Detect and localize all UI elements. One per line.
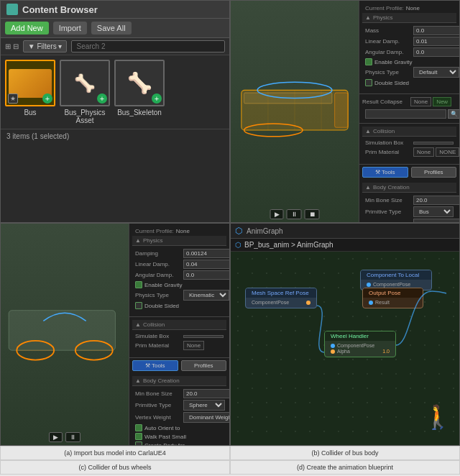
auto-orient-c-label: Auto Orient to xyxy=(144,425,180,431)
pause-button[interactable]: ⏸ xyxy=(287,209,302,219)
collision-header: ▲ Collision xyxy=(362,127,456,137)
lin-damp-c-row: Linear Damp. xyxy=(135,260,224,269)
stop-button[interactable]: ⏹ xyxy=(305,209,320,219)
physics-label: Physics xyxy=(373,14,393,21)
prim-type-select[interactable]: BusBoxSphere xyxy=(413,206,454,217)
anim-header: ⬡ AnimGraph xyxy=(231,224,459,239)
collision-section: ▲ Collision Simulation Box Prim Material… xyxy=(359,124,459,165)
damping-input[interactable] xyxy=(183,249,229,258)
linear-damp-label: Linear Damp. xyxy=(365,38,412,45)
physics-section-header: ▲ Physics xyxy=(362,13,456,23)
play-button[interactable]: ▶ xyxy=(270,209,284,219)
viewport-bus-wheels: ▶ ⏸ xyxy=(1,224,129,445)
linear-damp-input[interactable] xyxy=(413,37,459,46)
walk-past-c-check[interactable] xyxy=(135,433,142,440)
collision-label: Collision xyxy=(373,128,395,134)
profiles-button[interactable]: Profiles xyxy=(411,167,457,178)
physics-arrow-c: ▲ xyxy=(135,237,141,244)
physics-type-select[interactable]: DefaultKinematicSimulated xyxy=(413,67,459,78)
enable-gravity-checkbox[interactable] xyxy=(365,58,372,65)
node-output-pose[interactable]: Output Pose Result xyxy=(362,288,423,308)
angular-damp-label: Angular Damp. xyxy=(365,49,412,55)
result-search[interactable] xyxy=(365,109,446,119)
min-bone-input[interactable] xyxy=(413,196,459,205)
prim-type-c-select[interactable]: SphereBoxCapsule xyxy=(183,400,225,411)
min-bone-c-input[interactable] xyxy=(183,389,229,398)
node-wheel-handler[interactable]: Wheel Handler ComponentPose Alpha 1.0 xyxy=(324,331,396,357)
panel-collider-body: ▶ ⏸ ⏹ Current Profile: None ▲ Physics xyxy=(230,0,460,223)
prim-material-row: Prim Material None NONE xyxy=(365,147,454,157)
tools-btn-c[interactable]: ⚒ Tools xyxy=(132,360,178,371)
enable-grav-c-checkbox[interactable] xyxy=(135,281,142,288)
ang-damp-c-label: Angular Damp. xyxy=(135,272,182,278)
vertex-weight-row: Vertex Weight Dominant Weight xyxy=(365,219,454,222)
play-button-c[interactable]: ▶ xyxy=(49,432,63,442)
search-input[interactable] xyxy=(71,40,225,52)
asset-item-skeleton[interactable]: 🦴 + Bus_Skeleton xyxy=(114,60,165,124)
auto-orient-c-check[interactable] xyxy=(135,424,142,431)
prim-mat-c-row: Prim Material None xyxy=(135,341,224,350)
pause-button-c[interactable]: ⏸ xyxy=(65,432,80,442)
node-output-header: Output Pose xyxy=(363,288,423,298)
body-creation-header: ▲ Body Creation xyxy=(362,183,456,193)
bus-body-svg xyxy=(231,65,359,158)
collision-section-c: ▲ Collision Simulate Box Prim Material N… xyxy=(129,317,229,358)
enable-grav-c-row: Enable Gravity xyxy=(135,281,224,288)
skeleton-icon: 🦴 xyxy=(127,73,152,93)
double-sided-checkbox[interactable] xyxy=(365,79,372,86)
asset-thumb-physics: 🦴 + xyxy=(60,60,110,106)
angular-damp-input[interactable] xyxy=(413,47,459,57)
caption-b-text: (b) Collider of bus body xyxy=(311,449,378,457)
asset-thumb-bus: ★ + xyxy=(5,60,55,106)
add-new-button[interactable]: Add New xyxy=(5,22,49,35)
body-creation-label-c: Body Creation xyxy=(143,377,180,384)
node-wheel-header: Wheel Handler xyxy=(325,331,395,341)
prim-mat-label: Prim Material xyxy=(365,149,412,155)
port-component-pose-out: ComponentPose xyxy=(252,300,310,305)
port-result-label: Result xyxy=(375,300,390,305)
mass-input[interactable] xyxy=(413,26,459,35)
port-alpha-label: Alpha xyxy=(337,349,350,354)
prim-mat-none2: NONE xyxy=(436,147,459,157)
physics-label-c: Physics xyxy=(143,237,163,244)
save-all-button[interactable]: Save All xyxy=(91,22,132,35)
prim-type-c-row: Primitive Type SphereBoxCapsule xyxy=(135,400,224,411)
anim-breadcrumb-bar: ⬡ BP_bus_anim > AnimGraph xyxy=(231,239,459,252)
linear-damp-row: Linear Damp. xyxy=(365,37,454,46)
asset-item-bus[interactable]: ★ + Bus xyxy=(5,60,55,124)
sim-label: Simulation Box xyxy=(365,139,412,146)
simulation-box-row: Simulation Box xyxy=(365,139,454,146)
port-alpha-val: 1.0 xyxy=(382,349,390,354)
port-result: Result xyxy=(369,300,417,305)
lin-damp-c-input[interactable] xyxy=(183,260,229,269)
filters-button[interactable]: ▼ Filters ▾ xyxy=(23,40,68,52)
tools-button[interactable]: ⚒ Tools xyxy=(362,167,408,178)
prim-mat-c-label: Prim Material xyxy=(135,342,182,349)
import-button[interactable]: Import xyxy=(53,22,87,35)
vert-weight-c-row: Vertex Weight Dominant Weight xyxy=(135,412,224,423)
properties-panel-body: Current Profile: None ▲ Physics Mass L xyxy=(359,1,459,222)
node-mesh-ref-pose[interactable]: Mesh Space Ref Pose ComponentPose xyxy=(245,288,317,308)
collision-props: Simulation Box Prim Material None NONE xyxy=(362,137,456,161)
prim-type-row: Primitive Type BusBoxSphere xyxy=(365,206,454,217)
anim-canvas: Mesh Space Ref Pose ComponentPose Compon… xyxy=(231,252,459,445)
panel-content-browser: Content Browser Add New Import Save All … xyxy=(0,0,230,223)
ang-damp-c-input[interactable] xyxy=(183,270,229,280)
phys-type-c-select[interactable]: KinematicDefaultSimulated xyxy=(183,290,229,301)
create-body-c-check[interactable] xyxy=(135,441,142,445)
damping-label: Damping xyxy=(135,250,182,257)
asset-item-physics[interactable]: 🦴 + Bus_PhysicsAsset xyxy=(60,60,110,124)
asset-label-physics: Bus_PhysicsAsset xyxy=(60,109,110,124)
create-body-c-label: Create Body for xyxy=(144,442,185,446)
body-creation-arrow-c: ▲ xyxy=(135,377,141,384)
profiles-btn-c[interactable]: Profiles xyxy=(181,360,227,371)
double-sided-c-checkbox[interactable] xyxy=(135,302,142,309)
vert-weight-c-select[interactable]: Dominant Weight xyxy=(183,412,229,423)
result-search-button[interactable]: 🔍 xyxy=(448,109,459,119)
content-browser-header: Content Browser xyxy=(1,1,229,19)
port-alpha-dot xyxy=(331,349,335,354)
panel-animgraph: ⬡ AnimGraph ⬡ BP_bus_anim > AnimGraph Me… xyxy=(230,223,460,446)
asset-label-bus: Bus xyxy=(5,109,55,116)
vertex-weight-select[interactable]: Dominant Weight xyxy=(413,219,459,222)
mass-row: Mass xyxy=(365,26,454,35)
